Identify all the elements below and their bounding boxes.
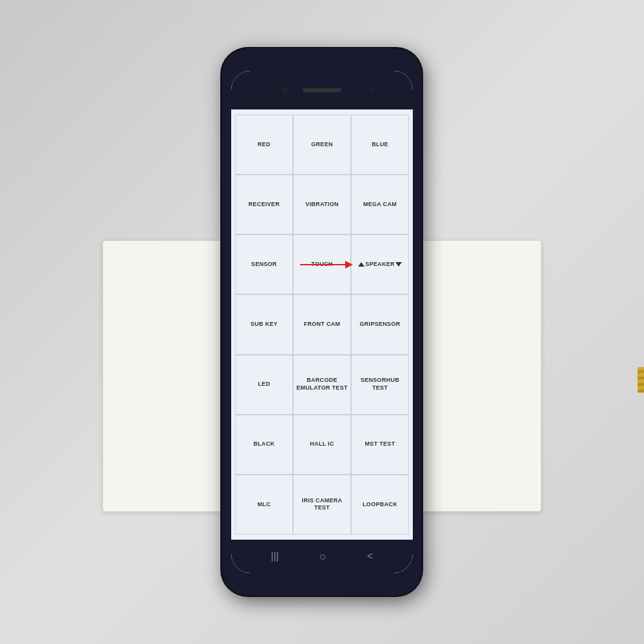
test-menu-grid: RED GREEN BLUE RECEIVER VIBRATION (231, 109, 413, 540)
touch-button[interactable]: TOUCH (293, 234, 351, 294)
red-button[interactable]: RED (235, 115, 293, 175)
sensor-button[interactable]: SENSOR (235, 234, 293, 294)
grid-row-2: RECEIVER VIBRATION MEGA CAM (235, 175, 409, 234)
front-camera-dot (283, 88, 288, 93)
phone-body: RED GREEN BLUE RECEIVER VIBRATION (222, 48, 422, 596)
sensor-dot (370, 88, 374, 92)
sensorhub-test-button[interactable]: SENSORHUB TEST (351, 355, 409, 415)
vibration-button[interactable]: VIBRATION (293, 175, 351, 234)
grid-row-5: LED BARCODE EMULATOR TEST SENSORHUB TEST (235, 355, 409, 415)
triangle-up-icon (358, 262, 365, 267)
phone-screen: RED GREEN BLUE RECEIVER VIBRATION (231, 71, 413, 573)
loopback-button[interactable]: LOOPBACK (351, 475, 409, 535)
led-button[interactable]: LED (235, 355, 293, 415)
flex-cable (638, 354, 644, 406)
grid-row-4: SUB KEY FRONT CAM GRIPSENSOR (235, 294, 409, 354)
mega-cam-button[interactable]: MEGA CAM (351, 175, 409, 234)
svg-rect-4 (638, 377, 644, 379)
green-button[interactable]: GREEN (293, 115, 351, 175)
home-button[interactable]: ○ (319, 550, 327, 564)
grid-row-6: BLACK HALL IC MST TEST (235, 415, 409, 475)
front-cam-button[interactable]: FRONT CAM (293, 294, 351, 354)
iris-camera-test-button[interactable]: IRIS CAMERA TEST (293, 475, 351, 535)
top-notch (231, 71, 413, 109)
svg-rect-6 (638, 390, 644, 392)
recent-apps-button[interactable]: ||| (271, 551, 279, 562)
grid-row-7: MLC IRIS CAMERA TEST LOOPBACK (235, 475, 409, 535)
barcode-emulator-test-button[interactable]: BARCODE EMULATOR TEST (293, 355, 351, 415)
hall-ic-button[interactable]: HALL IC (293, 415, 351, 475)
mst-test-button[interactable]: MST TEST (351, 415, 409, 475)
svg-rect-5 (638, 383, 644, 386)
grid-row-3: SENSOR TOUCH SPEAKER (235, 234, 409, 294)
navigation-bar: ||| ○ < (231, 540, 413, 573)
speaker-triangle-indicators: SPEAKER (358, 261, 402, 269)
triangle-down-icon (395, 262, 402, 267)
receiver-button[interactable]: RECEIVER (235, 175, 293, 234)
speaker-button[interactable]: SPEAKER (351, 234, 409, 294)
background: RED GREEN BLUE RECEIVER VIBRATION (0, 0, 644, 644)
earpiece (303, 88, 341, 92)
blue-button[interactable]: BLUE (351, 115, 409, 175)
back-button[interactable]: < (367, 551, 373, 562)
grip-sensor-button[interactable]: GRIPSENSOR (351, 294, 409, 354)
black-button[interactable]: BLACK (235, 415, 293, 475)
grid-row-1: RED GREEN BLUE (235, 115, 409, 175)
sub-key-button[interactable]: SUB KEY (235, 294, 293, 354)
svg-rect-3 (638, 370, 644, 373)
mlc-button[interactable]: MLC (235, 475, 293, 535)
